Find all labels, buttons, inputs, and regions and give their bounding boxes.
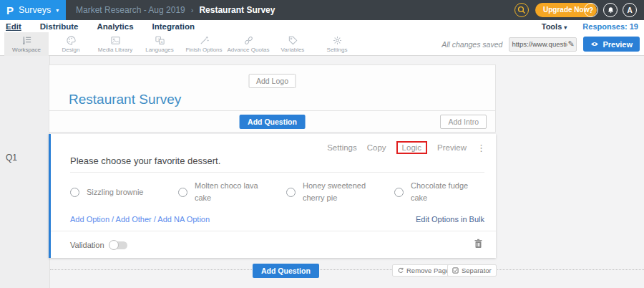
translate-icon: 文 A — [155, 35, 165, 46]
tools-menu[interactable]: Tools ▾ — [542, 22, 567, 31]
answer-option: Chocolate fudge cake — [394, 180, 502, 204]
survey-url-box: ✎ — [509, 37, 577, 52]
question-settings-link[interactable]: Settings — [327, 143, 357, 152]
add-intro-button[interactable]: Add Intro — [440, 115, 487, 129]
option-label[interactable]: Molten choco lava cake — [195, 180, 266, 204]
question-logic-link-highlighted[interactable]: Logic — [396, 141, 428, 154]
breadcrumb-separator-icon: › — [191, 6, 194, 14]
option-label[interactable]: Chocolate fudge cake — [411, 180, 482, 204]
avatar-initial: A — [627, 6, 632, 14]
toolbar-item-design[interactable]: Design — [49, 32, 93, 56]
svg-text:A: A — [160, 40, 163, 44]
surveys-menu-label: Surveys — [19, 5, 51, 15]
add-option-link[interactable]: Add Option — [70, 215, 109, 224]
radio-button[interactable] — [286, 188, 296, 197]
question-text[interactable]: Please choose your favorite dessert. — [70, 155, 484, 173]
remove-page-break-icon — [397, 267, 404, 274]
question-actions: Settings Copy Logic Preview ⋮ — [327, 141, 486, 154]
validation-toggle[interactable] — [110, 241, 127, 249]
edit-url-icon[interactable]: ✎ — [567, 39, 574, 49]
eye-icon — [590, 41, 599, 47]
more-options-icon[interactable]: ⋮ — [477, 143, 486, 153]
radio-button[interactable] — [394, 188, 404, 197]
question-number: Q1 — [6, 153, 17, 163]
toolbar-item-label: Workspace — [12, 47, 41, 53]
workspace-icon — [21, 35, 32, 46]
breadcrumb-current: Restaurant Survey — [199, 5, 275, 15]
survey-nav: Edit Distribute Analytics Integration To… — [0, 20, 644, 32]
edit-options-in-bulk-link[interactable]: Edit Options in Bulk — [416, 215, 484, 224]
answer-option: Sizzling brownie — [70, 180, 178, 204]
toolbar-item-label: Advance Quotas — [227, 47, 269, 53]
separator-button[interactable]: Separator — [447, 264, 497, 277]
separator-label: Separator — [462, 267, 492, 274]
breadcrumb-parent[interactable]: Market Research - Aug 2019 — [76, 5, 185, 15]
tab-distribute[interactable]: Distribute — [40, 22, 79, 31]
radio-button[interactable] — [178, 188, 187, 197]
questionpro-logo-icon: P — [6, 4, 14, 16]
bell-icon — [607, 6, 615, 14]
survey-header-card: Add Logo Restaurant Survey Add Question … — [49, 64, 496, 133]
add-logo-button[interactable]: Add Logo — [248, 74, 296, 88]
answer-option: Honey sweetened cherry pie — [286, 180, 394, 204]
surveys-menu[interactable]: P Surveys ▾ — [0, 0, 66, 20]
option-label[interactable]: Honey sweetened cherry pie — [303, 180, 374, 204]
delete-question-button[interactable] — [474, 239, 483, 251]
preview-button[interactable]: Preview — [583, 37, 640, 52]
toolbar-item-workspace[interactable]: Workspace — [4, 32, 49, 56]
tab-edit[interactable]: Edit — [6, 22, 21, 31]
question-copy-link[interactable]: Copy — [367, 143, 386, 152]
add-question-strip: Add Question Add Intro — [49, 110, 495, 132]
toolbar-item-advance-quotas[interactable]: Advance Quotas — [226, 32, 270, 56]
toggle-knob — [109, 240, 119, 250]
validation-row: Validation — [70, 236, 127, 254]
validation-label: Validation — [70, 241, 104, 249]
link-separator: / — [109, 215, 116, 224]
toolbar-item-variables[interactable]: Variables — [270, 32, 315, 56]
tab-integration[interactable]: Integration — [152, 22, 195, 31]
question-preview-link[interactable]: Preview — [437, 143, 467, 152]
chain-links-icon — [243, 35, 254, 46]
breadcrumb: Market Research - Aug 2019 › Restaurant … — [76, 0, 275, 20]
survey-url-input[interactable] — [512, 40, 567, 48]
help-button[interactable]: ? — [584, 3, 598, 17]
responses-link[interactable]: Responses: 19 — [582, 22, 638, 31]
editor-toolbar: Workspace Design Media Library 文 A — [0, 32, 644, 56]
add-na-option-link[interactable]: Add NA Option — [157, 215, 210, 224]
toolbar-item-settings[interactable]: Settings — [315, 32, 359, 56]
add-question-button-bottom[interactable]: Add Question — [253, 264, 319, 278]
workspace-canvas: Q1 Add Logo Restaurant Survey Add Questi… — [0, 56, 644, 288]
page-break-dotted-line — [50, 269, 644, 270]
chevron-down-icon: ▾ — [564, 24, 567, 31]
trash-icon — [474, 239, 483, 249]
tab-analytics[interactable]: Analytics — [97, 22, 133, 31]
magic-wand-icon — [199, 35, 210, 46]
preview-button-label: Preview — [602, 40, 633, 49]
question-footer-divider — [51, 231, 496, 231]
avatar[interactable]: A — [623, 3, 637, 17]
toolbar-item-media-library[interactable]: Media Library — [93, 32, 137, 56]
toolbar-item-label: Media Library — [98, 47, 132, 53]
option-label[interactable]: Sizzling brownie — [87, 186, 143, 198]
question-card: Settings Copy Logic Preview ⋮ Please cho… — [49, 134, 496, 258]
answer-option: Molten choco lava cake — [178, 180, 286, 204]
add-question-button-top[interactable]: Add Question — [239, 115, 306, 129]
autosave-status: All changes saved — [441, 40, 502, 49]
toolbar-item-label: Design — [62, 47, 80, 53]
toolbar-item-finish-options[interactable]: Finish Options — [182, 32, 226, 56]
notifications-button[interactable] — [603, 3, 618, 17]
answer-options: Sizzling brownie Molten choco lava cake … — [70, 180, 502, 204]
toolbar-item-languages[interactable]: 文 A Languages — [137, 32, 182, 56]
survey-title[interactable]: Restaurant Survey — [69, 92, 181, 107]
gear-icon — [332, 35, 343, 46]
toolbar-item-label: Settings — [327, 47, 348, 53]
add-other-link[interactable]: Add Other — [116, 215, 152, 224]
top-bar: P Surveys ▾ Market Research - Aug 2019 ›… — [0, 0, 644, 20]
palette-icon — [66, 35, 77, 46]
search-icon — [517, 6, 526, 14]
tag-icon — [288, 35, 298, 46]
question-mark-icon: ? — [589, 6, 593, 14]
search-button[interactable] — [514, 3, 529, 17]
chevron-down-icon: ▾ — [56, 7, 59, 14]
radio-button[interactable] — [70, 188, 79, 197]
